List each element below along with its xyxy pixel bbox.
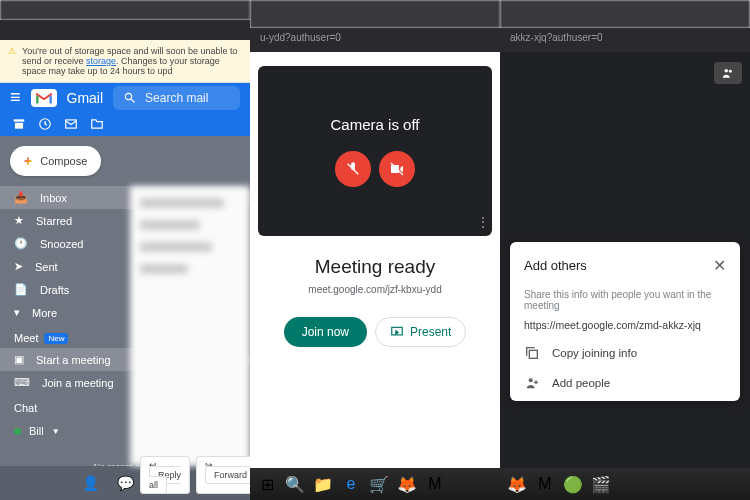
video-icon: ⌨	[14, 376, 30, 389]
search-placeholder: Search mail	[145, 91, 208, 105]
send-icon: ➤	[14, 260, 23, 273]
url-bar[interactable]: akkz-xjq?authuser=0	[500, 28, 750, 52]
browser-chrome	[500, 0, 750, 28]
meeting-link: meet.google.com/jzf-kbxu-ydd	[250, 284, 500, 295]
meeting-url: https://meet.google.com/zmd-akkz-xjq	[524, 319, 726, 331]
search-input[interactable]: Search mail	[113, 86, 240, 110]
copy-icon	[524, 345, 540, 361]
clock-icon: 🕐	[14, 237, 28, 250]
close-icon[interactable]: ✕	[713, 256, 726, 275]
more-options-icon[interactable]: ⋮	[476, 214, 490, 230]
url-bar[interactable]: u-ydd?authuser=0	[250, 28, 500, 52]
copy-info-button[interactable]: Copy joining info	[524, 345, 726, 361]
presence-dot	[14, 428, 21, 435]
chevron-down-icon: ▼	[52, 427, 60, 436]
svg-rect-0	[14, 120, 25, 122]
video-icon: ▣	[14, 353, 24, 366]
gmail-toolbar	[0, 113, 250, 136]
file-icon: 📄	[14, 283, 28, 296]
svg-point-7	[729, 70, 732, 73]
card-title: Add others	[524, 258, 587, 273]
add-people-icon	[524, 375, 540, 391]
add-others-card: Add others ✕ Share this info with people…	[510, 242, 740, 401]
gmail-logo[interactable]	[31, 89, 57, 107]
star-icon: ★	[14, 214, 24, 227]
more-icon: ▾	[14, 306, 20, 319]
meeting-ready-title: Meeting ready	[250, 256, 500, 278]
join-now-button[interactable]: Join now	[284, 317, 367, 347]
person-icon[interactable]: 👤	[82, 475, 99, 491]
search-icon	[123, 91, 137, 105]
browser-chrome	[0, 0, 250, 20]
gmail-header: ≡ Gmail Search mail	[0, 83, 250, 113]
mic-off-button[interactable]	[335, 151, 371, 187]
svg-rect-8	[529, 350, 537, 358]
storage-link[interactable]: storage	[86, 56, 116, 66]
hangout-icon[interactable]: 💬	[117, 475, 134, 491]
new-badge: New	[44, 333, 68, 344]
camera-off-text: Camera is off	[331, 116, 420, 133]
inbox-icon: 📥	[14, 191, 28, 204]
archive-icon[interactable]	[12, 117, 26, 131]
folder-icon[interactable]	[90, 117, 104, 131]
url-bar[interactable]	[0, 20, 250, 40]
reply-all-button[interactable]: ↩ Reply all	[140, 456, 190, 494]
gmail-brand: Gmail	[67, 90, 104, 106]
present-button[interactable]: Present	[375, 317, 466, 347]
compose-button[interactable]: + Compose	[10, 146, 101, 176]
camera-preview: Camera is off ⋮	[258, 66, 492, 236]
taskbar[interactable]: ⊞🔍📁e🛒🦊M	[250, 468, 500, 500]
share-hint: Share this info with people you want in …	[524, 289, 726, 311]
camera-off-button[interactable]	[379, 151, 415, 187]
mail-icon[interactable]	[64, 117, 78, 131]
svg-point-6	[725, 69, 729, 73]
clock-icon[interactable]	[38, 117, 52, 131]
menu-icon[interactable]: ≡	[10, 87, 21, 108]
people-button[interactable]	[714, 62, 742, 84]
storage-warning: ⚠ You're out of storage space and will s…	[0, 40, 250, 83]
email-content-blur	[130, 186, 250, 466]
add-people-button[interactable]: Add people	[524, 375, 726, 391]
taskbar[interactable]: 🦊M🟢🎬	[500, 468, 750, 500]
browser-chrome	[250, 0, 500, 28]
svg-point-9	[529, 378, 533, 382]
present-icon	[390, 325, 404, 339]
warning-icon: ⚠	[8, 46, 16, 76]
svg-rect-1	[15, 123, 23, 129]
plus-icon: +	[24, 153, 32, 169]
